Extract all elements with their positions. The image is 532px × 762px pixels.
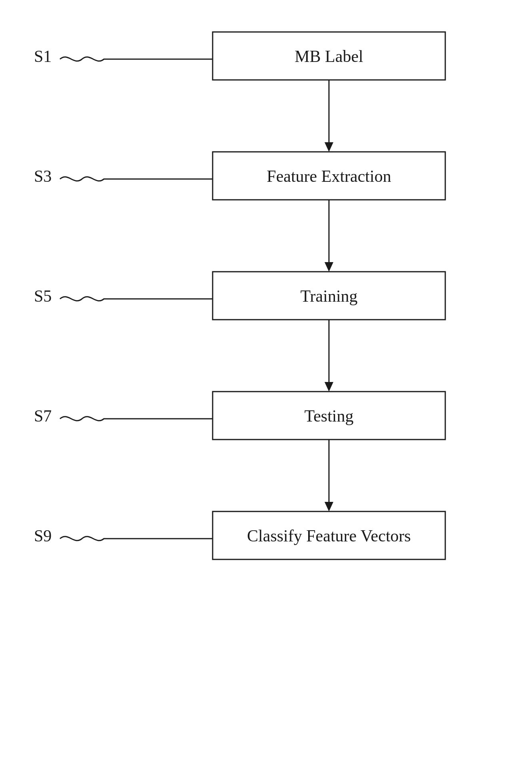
- step-label-s7: S7: [34, 407, 52, 425]
- testing-text: Testing: [304, 407, 353, 425]
- step-label-s5: S5: [34, 287, 52, 305]
- step-label-s9: S9: [34, 527, 52, 545]
- svg-rect-0: [0, 0, 532, 762]
- training-text: Training: [300, 287, 357, 305]
- step-label-s1: S1: [34, 47, 52, 66]
- diagram-container: S1 MB Label S3 Feature Extraction S5 Tra…: [0, 0, 532, 762]
- mb-label-text: MB Label: [295, 47, 363, 66]
- feature-extraction-text: Feature Extraction: [267, 167, 391, 185]
- classify-text: Classify Feature Vectors: [247, 527, 411, 545]
- step-label-s3: S3: [34, 167, 52, 185]
